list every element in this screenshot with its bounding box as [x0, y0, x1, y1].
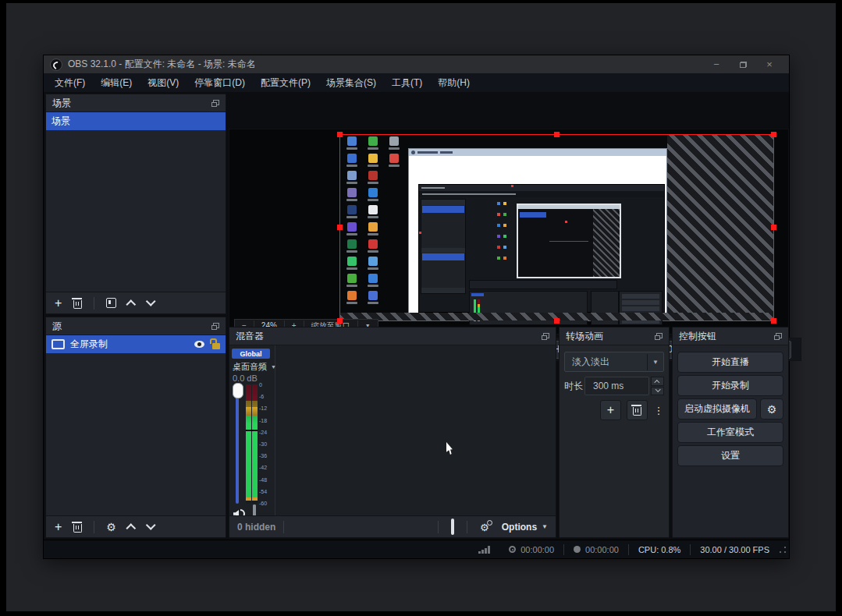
captured-desktop-icon: [343, 171, 361, 188]
duration-step-down[interactable]: [651, 387, 664, 396]
captured-desktop-icon: [364, 274, 382, 291]
virtual-camera-config-button[interactable]: ⚙: [760, 398, 783, 420]
transitions-dock-header: 转场动画: [560, 327, 669, 345]
obs-logo-icon: [50, 58, 62, 71]
captured-desktop-icon: [343, 239, 361, 257]
remove-transition-button[interactable]: [627, 400, 648, 420]
popout-icon: [774, 333, 782, 340]
add-transition-button[interactable]: +: [600, 400, 621, 420]
move-source-down-button[interactable]: [146, 520, 156, 530]
volume-slider-track[interactable]: [236, 384, 239, 504]
controls-body: 开始直播 开始录制 启动虚拟摄像机 ⚙ 工作室模式 设置: [673, 345, 788, 537]
source-selection-rect[interactable]: [339, 134, 774, 321]
preview-canvas[interactable]: − 24% + 缩放至窗口 ▼: [229, 129, 789, 335]
maximize-button[interactable]: [730, 55, 756, 73]
start-recording-button[interactable]: 开始录制: [677, 375, 783, 396]
menu-item[interactable]: 视图(V): [140, 73, 187, 92]
transition-select-value: 淡入淡出: [565, 356, 647, 369]
selection-handle-mid-left[interactable]: [337, 225, 343, 230]
duration-input[interactable]: 300 ms: [584, 377, 649, 395]
selection-handle-top-center[interactable]: [554, 132, 560, 137]
menu-item[interactable]: 文件(F): [47, 73, 93, 92]
source-item-selected[interactable]: 全屏录制: [46, 335, 226, 353]
minimize-button[interactable]: −: [703, 55, 730, 73]
virtual-camera-button[interactable]: 启动虚拟摄像机: [677, 398, 757, 420]
channel-name[interactable]: 桌面音频 ▼: [233, 361, 276, 373]
captured-desktop-icon: [385, 136, 403, 154]
start-streaming-button[interactable]: 开始直播: [677, 352, 783, 373]
menu-item[interactable]: 编辑(E): [93, 73, 140, 92]
chevron-down-icon: ▼: [271, 364, 276, 370]
popout-icon: [542, 333, 549, 340]
popout-icon: [211, 100, 219, 107]
selection-handle-mid-right[interactable]: [771, 225, 776, 230]
restore-icon: [740, 62, 747, 68]
layout-icon: [451, 519, 454, 535]
scene-grid-mode-button[interactable]: [106, 298, 116, 308]
scenes-title: 场景: [52, 97, 71, 110]
volume-slider-handle[interactable]: [233, 383, 243, 398]
status-bar: 00:00:00 00:00:00 CPU: 0.8% 30.00 / 30.0…: [44, 540, 789, 558]
scenes-dock: 场景 场景 +: [45, 94, 226, 314]
main-content: 场景 场景 + 源: [44, 92, 789, 540]
selection-handle-top-right[interactable]: [771, 132, 776, 137]
selection-handle-bottom-center[interactable]: [554, 318, 560, 324]
captured-desktop-icon: [364, 291, 382, 308]
sources-dock-header: 源: [46, 317, 226, 335]
broadcast-icon: [509, 546, 516, 553]
settings-button[interactable]: 设置: [677, 445, 783, 466]
meter-scale-label: -42: [259, 465, 267, 470]
menu-item[interactable]: 帮助(H): [430, 73, 478, 92]
duration-label: 时长: [564, 380, 584, 393]
advanced-audio-button[interactable]: ⚙: [475, 520, 494, 534]
remove-scene-button[interactable]: [73, 300, 82, 309]
record-icon: [574, 546, 581, 553]
move-source-up-button[interactable]: [126, 523, 136, 533]
mixer-options-button[interactable]: Options ▼: [502, 522, 548, 533]
selection-handle-bottom-left[interactable]: [337, 318, 343, 324]
menu-item[interactable]: 场景集合(S): [318, 73, 384, 92]
obs-window: OBS 32.1.0 - 配置文件: 未命名 - 场景: 未命名 − × 文件(…: [43, 55, 790, 559]
audio-meter-right: [252, 384, 258, 504]
mixer-layout-button[interactable]: [446, 520, 459, 534]
mixer-body: Global 桌面音频 ▼ 0.0 dB 0-6-12-18-24-30-36-…: [229, 345, 556, 516]
remove-source-button[interactable]: [73, 524, 82, 533]
studio-mode-button[interactable]: 工作室模式: [677, 422, 783, 443]
unlock-icon[interactable]: [212, 343, 220, 349]
meter-scale-label: -54: [259, 489, 267, 494]
controls-dock-header: 控制按钮: [673, 327, 788, 345]
transition-properties-button[interactable]: ⋮: [653, 401, 664, 420]
captured-window: [408, 148, 667, 315]
selection-handle-bottom-right[interactable]: [771, 318, 776, 324]
add-source-button[interactable]: +: [55, 522, 62, 533]
meter-scale-label: -30: [259, 441, 267, 447]
meter-scale-label: -6: [259, 394, 267, 399]
source-properties-button[interactable]: ⚙: [106, 522, 116, 533]
add-scene-button[interactable]: +: [55, 298, 62, 309]
toolbar-separator: [467, 521, 467, 533]
move-scene-up-button[interactable]: [126, 299, 137, 310]
move-scene-down-button[interactable]: [146, 296, 156, 306]
selection-handle-top-left[interactable]: [337, 132, 343, 137]
captured-desktop-icon: [364, 239, 382, 257]
bandwidth-indicator: [469, 546, 499, 554]
menu-item[interactable]: 配置文件(P): [253, 73, 318, 92]
meter-scale-label: -12: [259, 405, 267, 411]
cpu-usage: CPU: 0.8%: [629, 545, 690, 554]
captured-desktop-icon: [343, 222, 361, 239]
source-item-label: 全屏录制: [70, 338, 108, 351]
transition-select[interactable]: 淡入淡出 ▼: [564, 352, 664, 372]
visibility-eye-icon[interactable]: [194, 341, 204, 348]
menu-item[interactable]: 停靠窗口(D): [187, 73, 253, 92]
resize-grip[interactable]: [779, 546, 786, 553]
sources-toolbar: + ⚙: [46, 515, 226, 537]
captured-desktop-icon: [343, 188, 361, 205]
trash-icon: [633, 407, 641, 416]
scene-item-label: 场景: [52, 115, 70, 128]
meter-scale-label: -60: [259, 501, 267, 506]
duration-step-up[interactable]: [651, 377, 664, 386]
recursive-obs-window: [418, 184, 665, 313]
close-button[interactable]: ×: [756, 55, 783, 73]
scene-item-selected[interactable]: 场景: [46, 112, 226, 130]
menu-item[interactable]: 工具(T): [384, 73, 430, 92]
